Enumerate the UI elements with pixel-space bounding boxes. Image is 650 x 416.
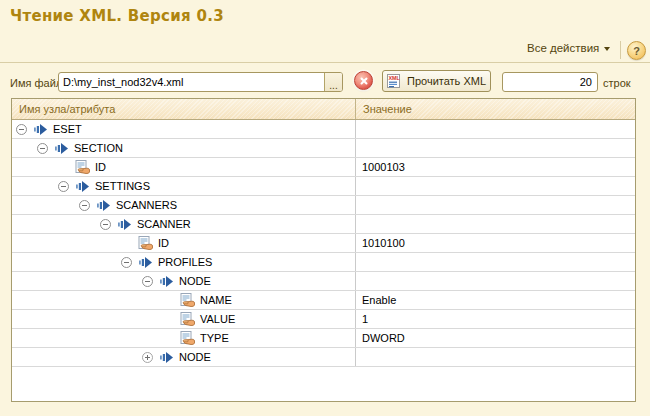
table-row[interactable]: ESET	[12, 120, 635, 139]
svg-text:XML: XML	[388, 75, 400, 81]
node-value: DWORD	[362, 332, 405, 344]
expander-icon[interactable]	[16, 124, 33, 135]
value-cell	[355, 139, 635, 157]
value-cell: 1000103	[355, 158, 635, 176]
value-cell	[355, 196, 635, 214]
value-cell: DWORD	[355, 329, 635, 347]
xml-node-icon	[159, 273, 175, 289]
expander-icon[interactable]	[121, 257, 138, 268]
name-cell: NODE	[12, 272, 355, 290]
xml-attribute-icon	[138, 235, 154, 251]
page-title: Чтение XML. Версия 0.3	[10, 7, 224, 25]
xml-node-icon	[75, 178, 91, 194]
expander-icon[interactable]	[142, 276, 159, 287]
expander-icon[interactable]	[58, 181, 75, 192]
expander-icon[interactable]	[37, 143, 54, 154]
table-row[interactable]: ID 1010100	[12, 234, 635, 253]
xml-node-icon	[159, 349, 175, 365]
value-cell: 1010100	[355, 234, 635, 252]
rows-count-value: 20	[580, 76, 592, 88]
node-value: 1000103	[362, 161, 405, 173]
read-xml-button[interactable]: XML Прочитать XML	[382, 70, 491, 92]
table-row[interactable]: SECTION	[12, 139, 635, 158]
node-name: ESET	[53, 123, 82, 135]
node-value: 1010100	[362, 237, 405, 249]
name-cell: ID	[12, 234, 355, 252]
all-actions-label: Все действия	[527, 42, 599, 54]
table-row[interactable]: VALUE 1	[12, 310, 635, 329]
value-cell	[355, 348, 635, 366]
node-name: SECTION	[74, 142, 123, 154]
name-cell: ID	[12, 158, 355, 176]
value-cell: Enable	[355, 291, 635, 309]
xml-tree-table: Имя узла/атрибута Значение ESET SECTION …	[11, 98, 636, 402]
table-row[interactable]: TYPE DWORD	[12, 329, 635, 348]
expander-icon[interactable]	[79, 200, 96, 211]
name-cell: SECTION	[12, 139, 355, 157]
help-button[interactable]: ?	[627, 41, 646, 60]
name-cell: TYPE	[12, 329, 355, 347]
node-value: Enable	[362, 294, 396, 306]
table-row[interactable]: NAME Enable	[12, 291, 635, 310]
browse-button[interactable]: ...	[324, 73, 342, 91]
xml-node-icon	[138, 254, 154, 270]
node-name: NODE	[179, 351, 211, 363]
expander-icon[interactable]	[100, 219, 117, 230]
name-cell: VALUE	[12, 310, 355, 328]
name-cell: ESET	[12, 120, 355, 138]
xml-node-icon	[33, 121, 49, 137]
file-name-input[interactable]: D:\my_inst_nod32v4.xml ...	[58, 72, 343, 92]
expander-icon[interactable]	[121, 238, 138, 249]
clear-button[interactable]	[354, 71, 373, 90]
question-icon: ?	[633, 45, 640, 57]
xml-node-icon	[96, 197, 112, 213]
node-name: TYPE	[200, 332, 229, 344]
xml-attribute-icon	[180, 330, 196, 346]
table-row[interactable]: SCANNERS	[12, 196, 635, 215]
read-xml-label: Прочитать XML	[407, 75, 486, 87]
column-header-value[interactable]: Значение	[355, 99, 635, 119]
title-separator	[0, 62, 650, 63]
node-name: NAME	[200, 294, 232, 306]
node-value: 1	[362, 313, 368, 325]
expander-icon[interactable]	[142, 352, 159, 363]
all-actions-button[interactable]: Все действия	[527, 42, 610, 54]
node-name: SCANNERS	[116, 199, 177, 211]
name-cell: SCANNERS	[12, 196, 355, 214]
node-name: NODE	[179, 275, 211, 287]
table-row[interactable]: NODE	[12, 272, 635, 291]
toolbar-separator	[620, 41, 621, 59]
value-cell	[355, 120, 635, 138]
xml-attribute-icon	[180, 311, 196, 327]
expander-icon[interactable]	[163, 295, 180, 306]
expander-icon[interactable]	[163, 333, 180, 344]
node-name: PROFILES	[158, 256, 212, 268]
table-row[interactable]: ID 1000103	[12, 158, 635, 177]
table-row[interactable]: NODE	[12, 348, 635, 367]
column-header-name[interactable]: Имя узла/атрибута	[12, 99, 355, 119]
table-row[interactable]: SETTINGS	[12, 177, 635, 196]
node-name: SCANNER	[137, 218, 191, 230]
node-name: ID	[95, 161, 106, 173]
value-cell	[355, 215, 635, 233]
value-cell	[355, 253, 635, 271]
value-cell	[355, 177, 635, 195]
chevron-down-icon	[604, 47, 610, 51]
name-cell: NODE	[12, 348, 355, 366]
name-cell: SCANNER	[12, 215, 355, 233]
expander-icon[interactable]	[58, 162, 75, 173]
rows-count-input[interactable]: 20	[502, 72, 598, 92]
table-row[interactable]: SCANNER	[12, 215, 635, 234]
table-body: ESET SECTION ID 1000103 SETTINGS	[12, 120, 635, 367]
name-cell: SETTINGS	[12, 177, 355, 195]
close-icon	[355, 72, 372, 89]
form-window: Чтение XML. Версия 0.3 Все действия ? Им…	[0, 0, 650, 416]
xml-attribute-icon	[180, 292, 196, 308]
table-row[interactable]: PROFILES	[12, 253, 635, 272]
expander-icon[interactable]	[163, 314, 180, 325]
node-name: ID	[158, 237, 169, 249]
name-cell: NAME	[12, 291, 355, 309]
xml-attribute-icon	[75, 159, 91, 175]
file-name-value: D:\my_inst_nod32v4.xml	[59, 76, 324, 88]
node-name: VALUE	[200, 313, 235, 325]
